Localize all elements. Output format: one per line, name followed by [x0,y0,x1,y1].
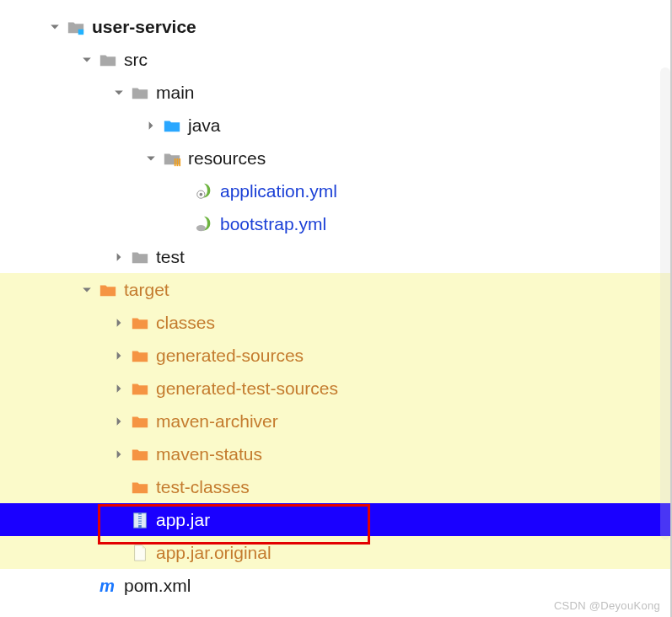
watermark: CSDN @DeyouKong [554,599,660,612]
tree-node-maven-status[interactable]: maven-status [0,437,670,470]
chevron-right-icon[interactable] [111,315,126,330]
excluded-folder-icon [130,411,150,432]
tree-label: maven-archiver [156,412,278,430]
source-folder-icon [162,115,182,136]
tree-node-test[interactable]: test [0,240,670,273]
svg-point-6 [196,224,206,230]
tree-node-generated-test-sources[interactable]: generated-test-sources [0,372,670,405]
tree-node-maven-archiver[interactable]: maven-archiver [0,405,670,437]
tree-label: user-service [92,18,196,35]
tree-node-main[interactable]: main [0,76,670,109]
tree-node-user-service[interactable]: user-service [0,10,670,43]
excluded-folder-icon [130,444,150,464]
chevron-right-icon[interactable] [111,348,126,363]
tree-label: pom.xml [124,577,191,594]
tree-label: app.jar.original [156,544,271,561]
chevron-down-icon[interactable] [79,282,94,298]
tree-node-target[interactable]: target [0,273,670,306]
svg-rect-1 [175,158,176,166]
folder-icon [130,247,150,267]
tree-label: src [124,51,148,68]
tree-label: classes [156,314,215,331]
tree-label: java [188,116,221,134]
file-icon [130,543,150,563]
scrollbar[interactable] [660,67,670,539]
folder-icon [130,83,150,103]
svg-text:m: m [99,577,115,595]
svg-rect-2 [177,158,179,166]
chevron-down-icon[interactable] [111,85,126,100]
excluded-folder-icon [98,280,118,300]
resources-folder-icon [162,148,182,169]
chevron-right-icon[interactable] [143,118,159,133]
excluded-folder-icon [130,477,150,497]
svg-rect-9 [138,514,142,515]
tree-node-resources[interactable]: resources [0,142,670,174]
tree-node-generated-sources[interactable]: generated-sources [0,339,670,372]
excluded-folder-icon [130,346,150,366]
chevron-down-icon[interactable] [143,151,159,166]
tree-node-app-jar[interactable]: app.jar [0,503,670,536]
archive-icon [130,510,150,530]
chevron-right-icon[interactable] [111,381,126,396]
spring-config-icon [194,181,214,201]
svg-rect-12 [138,521,142,522]
excluded-folder-icon [130,313,150,333]
svg-rect-11 [138,519,142,520]
tree-node-java[interactable]: java [0,109,670,142]
tree-node-bootstrap-yml[interactable]: bootstrap.yml [0,207,670,240]
tree-label: application.yml [220,182,337,200]
tree-label: test-classes [156,478,250,496]
tree-node-test-classes[interactable]: test-classes [0,470,670,503]
project-tree: user-service src main java [0,0,670,602]
spring-cloud-config-icon [194,214,214,234]
chevron-down-icon[interactable] [47,19,62,35]
tree-label: maven-status [156,445,262,463]
tree-label: bootstrap.yml [220,215,326,233]
tree-label: main [156,83,195,101]
tree-node-app-jar-original[interactable]: app.jar.original [0,536,670,569]
module-folder-icon [66,17,86,37]
chevron-right-icon[interactable] [111,249,126,265]
tree-label: target [124,281,169,298]
folder-icon [98,50,118,70]
tree-label: app.jar [156,511,210,528]
tree-node-application-yml[interactable]: application.yml [0,174,670,207]
chevron-right-icon[interactable] [111,414,126,429]
chevron-right-icon[interactable] [111,447,126,462]
svg-rect-0 [78,29,83,34]
tree-label: generated-test-sources [156,379,338,397]
svg-rect-10 [138,517,142,518]
tree-label: test [156,248,185,266]
tree-node-pom-xml[interactable]: m pom.xml [0,569,670,602]
excluded-folder-icon [130,378,150,399]
tree-label: resources [188,149,266,167]
tree-node-classes[interactable]: classes [0,306,670,339]
tree-node-src[interactable]: src [0,43,670,76]
maven-icon: m [98,576,118,596]
svg-point-5 [200,192,203,196]
chevron-down-icon[interactable] [79,52,94,67]
svg-rect-3 [179,158,180,166]
tree-label: generated-sources [156,346,304,364]
svg-rect-13 [138,523,142,524]
